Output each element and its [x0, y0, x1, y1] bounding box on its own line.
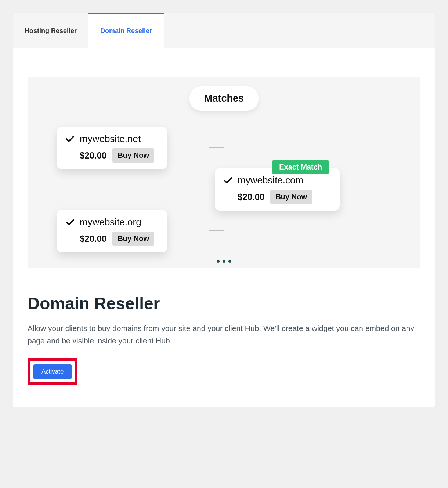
domain-card: mywebsite.net $20.00 Buy Now: [57, 127, 167, 169]
buy-now-button[interactable]: Buy Now: [270, 190, 312, 204]
buy-now-button[interactable]: Buy Now: [112, 232, 154, 246]
check-icon: [223, 175, 233, 186]
tab-domain-reseller[interactable]: Domain Reseller: [88, 13, 164, 48]
activate-highlight: Activate: [28, 358, 77, 385]
diagram-connector: [209, 147, 224, 148]
tab-content: Matches mywebsite.net $20.00 Buy Now: [13, 48, 435, 407]
domain-price: $20.00: [80, 234, 106, 244]
tabs: Hosting Reseller Domain Reseller: [13, 13, 435, 48]
domain-diagram: Matches mywebsite.net $20.00 Buy Now: [28, 77, 420, 268]
domain-price: $20.00: [80, 150, 106, 161]
matches-label: Matches: [189, 86, 259, 111]
activate-button[interactable]: Activate: [33, 364, 72, 379]
domain-card: mywebsite.org $20.00 Buy Now: [57, 210, 167, 252]
dot-icon[interactable]: [217, 260, 220, 263]
domain-card-exact: Exact Match mywebsite.com $20.00 Buy Now: [215, 168, 340, 211]
diagram-connector: [209, 230, 224, 231]
domain-price: $20.00: [238, 192, 264, 202]
dot-icon[interactable]: [228, 260, 231, 263]
carousel-dots[interactable]: [217, 260, 231, 263]
exact-match-badge: Exact Match: [272, 160, 329, 174]
check-icon: [65, 134, 75, 144]
section-description: Allow your clients to buy domains from y…: [28, 322, 420, 347]
domain-name: mywebsite.net: [80, 133, 141, 145]
tab-hosting-reseller[interactable]: Hosting Reseller: [13, 13, 88, 48]
buy-now-button[interactable]: Buy Now: [112, 148, 154, 163]
dot-icon[interactable]: [223, 260, 225, 263]
reseller-panel: Hosting Reseller Domain Reseller Matches…: [13, 13, 435, 407]
section-title: Domain Reseller: [28, 294, 420, 313]
domain-name: mywebsite.org: [80, 216, 141, 228]
domain-name: mywebsite.com: [238, 175, 303, 186]
check-icon: [65, 217, 75, 227]
